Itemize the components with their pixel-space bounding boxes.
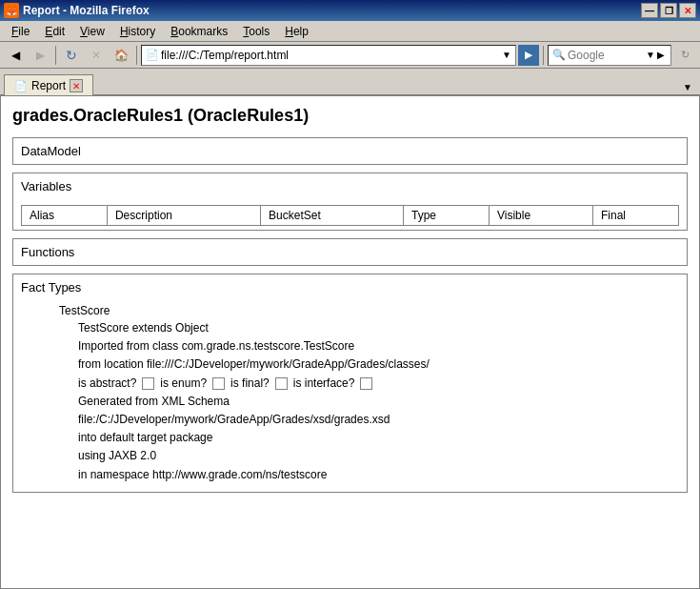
search-dropdown-icon[interactable]: ▼ — [646, 50, 655, 60]
fact-abstract-row: is abstract? is enum? is final? is inter… — [78, 375, 679, 393]
titlebar: 🦊 Report - Mozilla Firefox — ❐ ✕ — [0, 0, 700, 21]
fact-class-name: TestScore — [59, 304, 679, 317]
address-input[interactable] — [161, 49, 502, 62]
fact-types-section: Fact Types TestScore TestScore extends O… — [12, 274, 688, 493]
fact-package: into default target package — [78, 429, 679, 447]
tab-close-button[interactable]: ✕ — [70, 79, 83, 92]
variables-table: Alias Description BucketSet Type Visible… — [21, 205, 679, 226]
search-input[interactable] — [568, 49, 644, 62]
fact-types-content: TestScore TestScore extends Object Impor… — [13, 300, 687, 492]
menu-tools[interactable]: Tools — [235, 23, 277, 40]
search-go-icon[interactable]: ▶ — [657, 50, 665, 60]
col-visible: Visible — [489, 206, 592, 226]
firefox-icon: 🦊 — [4, 3, 19, 18]
tab-label: Report — [31, 79, 66, 92]
menu-history[interactable]: History — [112, 23, 163, 40]
minimize-button[interactable]: — — [641, 3, 658, 18]
col-bucketset: BucketSet — [261, 206, 404, 226]
tabbar-right: ▼ — [679, 80, 696, 94]
tab-scroll-button[interactable]: ▼ — [679, 80, 696, 94]
tab-report[interactable]: 📄 Report ✕ — [4, 74, 93, 95]
close-button[interactable]: ✕ — [679, 3, 696, 18]
col-type: Type — [404, 206, 490, 226]
variables-content: Alias Description BucketSet Type Visible… — [13, 199, 687, 230]
toolbar-sep-3 — [543, 46, 544, 65]
menu-file[interactable]: File — [4, 23, 37, 40]
fact-detail-1: TestScore extends Object Imported from c… — [78, 319, 679, 484]
fact-imported: Imported from class com.grade.ns.testsco… — [78, 337, 679, 355]
is-interface-label: is interface? — [293, 375, 355, 393]
fact-xsd: file:/C:/JDeveloper/mywork/GradeApp/Grad… — [78, 411, 679, 429]
toolbar-sep-2 — [136, 46, 137, 65]
menu-help[interactable]: Help — [277, 23, 316, 40]
is-enum-label: is enum? — [160, 375, 207, 393]
dropdown-icon[interactable]: ▼ — [502, 50, 511, 60]
is-abstract-label: is abstract? — [78, 375, 136, 393]
variables-section: Variables Alias Description BucketSet Ty… — [12, 173, 688, 231]
datamodel-header: DataModel — [13, 138, 687, 164]
menu-bookmarks[interactable]: Bookmarks — [163, 23, 235, 40]
go-button[interactable]: ▶ — [518, 45, 539, 66]
fact-types-header: Fact Types — [13, 274, 687, 300]
home-button[interactable]: 🏠 — [110, 45, 132, 66]
functions-section: Functions — [12, 238, 688, 266]
table-header-row: Alias Description BucketSet Type Visible… — [22, 206, 679, 226]
col-description: Description — [107, 206, 260, 226]
col-alias: Alias — [22, 206, 108, 226]
tabbar: 📄 Report ✕ ▼ — [0, 69, 700, 95]
functions-header: Functions — [13, 239, 687, 265]
menubar: File Edit View History Bookmarks Tools H… — [0, 21, 700, 42]
fact-location: from location file:///C:/JDeveloper/mywo… — [78, 355, 679, 374]
variables-header: Variables — [13, 173, 687, 199]
fact-generated: Generated from XML Schema — [78, 393, 679, 411]
tab-icon: 📄 — [14, 80, 28, 92]
fact-jaxb: using JAXB 2.0 — [78, 447, 679, 465]
refresh-icon[interactable]: ↻ — [673, 45, 696, 66]
menu-edit[interactable]: Edit — [37, 23, 72, 40]
is-final-checkbox[interactable] — [275, 377, 288, 390]
forward-button[interactable]: ▶ — [29, 45, 51, 66]
fact-namespace: in namespace http://www.grade.com/ns/tes… — [78, 466, 679, 484]
menu-view[interactable]: View — [72, 23, 112, 40]
back-button[interactable]: ◀ — [4, 45, 27, 66]
fact-extends: TestScore extends Object — [78, 319, 679, 337]
content-area[interactable]: grades.OracleRules1 (OracleRules1) DataM… — [0, 95, 700, 589]
restore-button[interactable]: ❐ — [660, 3, 677, 18]
toolbar-sep-1 — [55, 46, 56, 65]
page-title: grades.OracleRules1 (OracleRules1) — [12, 106, 688, 126]
reload-button[interactable]: ↻ — [60, 45, 83, 66]
titlebar-buttons[interactable]: — ❐ ✕ — [641, 3, 696, 18]
toolbar: ◀ ▶ ↻ ✕ 🏠 📄 ▼ ▶ 🔍 ▼ ▶ ↻ — [0, 42, 700, 69]
datamodel-section: DataModel — [12, 137, 688, 165]
titlebar-left: 🦊 Report - Mozilla Firefox — [4, 3, 150, 18]
search-icon: 🔍 — [552, 49, 566, 61]
url-icon: 📄 — [146, 49, 159, 61]
titlebar-title: Report - Mozilla Firefox — [23, 4, 150, 17]
is-enum-checkbox[interactable] — [212, 377, 225, 390]
stop-button[interactable]: ✕ — [85, 45, 108, 66]
is-interface-checkbox[interactable] — [360, 377, 372, 390]
is-abstract-checkbox[interactable] — [142, 377, 154, 390]
col-final: Final — [593, 206, 679, 226]
is-final-label: is final? — [230, 375, 270, 393]
